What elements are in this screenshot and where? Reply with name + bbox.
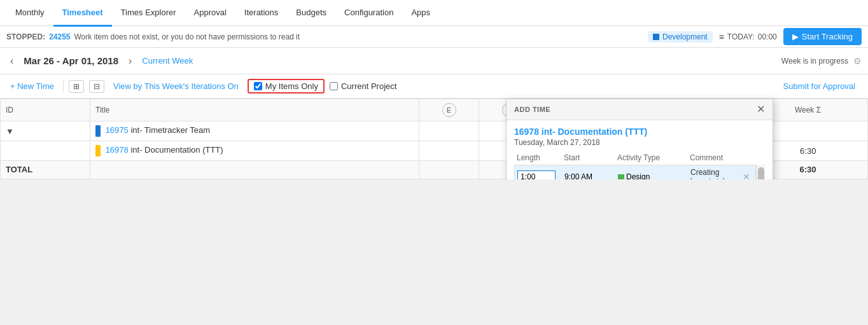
submit-approval-link[interactable]: Submit for Approval xyxy=(783,81,862,91)
modal-col-activity: Activity Type xyxy=(617,153,687,162)
grid-icon: ≡ xyxy=(719,32,724,42)
my-items-wrap: My Items Only xyxy=(248,79,325,93)
nav-tab-times-explorer[interactable]: Times Explorer xyxy=(112,1,185,27)
status-message: Work item does not exist, or you do not … xyxy=(74,32,300,41)
week-nav-right: Week is in progress ⚙ xyxy=(781,56,862,66)
modal-item-id[interactable]: 16978 xyxy=(514,127,539,137)
row-title-16975: 16975 int- Timetracker Team xyxy=(90,121,419,141)
collapse-button[interactable]: ⊟ xyxy=(89,80,104,93)
main-area: ID Title E Σ Mon 26 Tue 27 Week Σ ▼ xyxy=(0,99,868,179)
modal-close-button[interactable]: ✕ xyxy=(757,104,765,114)
col-header-id: ID xyxy=(1,99,90,121)
modal-rows: 9:00 AM Design Creating layout style ✕ 3… xyxy=(514,165,756,179)
modal-col-length: Length xyxy=(517,153,561,162)
my-items-checkbox[interactable] xyxy=(254,82,262,90)
play-icon: ▶ xyxy=(792,32,799,41)
today-badge: ≡ TODAY: 00:00 xyxy=(719,32,777,42)
row-title-text-16975: int- Timetracker Team xyxy=(130,125,210,135)
modal-row-1: 9:00 AM Design Creating layout style ✕ xyxy=(515,165,755,179)
row-id-link-16978[interactable]: 16978 xyxy=(106,145,129,155)
col-header-e: E xyxy=(419,99,479,121)
status-id: 24255 xyxy=(49,32,70,41)
dev-badge: Development xyxy=(648,31,713,43)
gear-icon[interactable]: ⚙ xyxy=(853,56,862,66)
row-id-16978 xyxy=(1,141,90,161)
modal-row-1-start: 9:00 AM xyxy=(564,172,615,179)
week-nav-left: ‹ Mar 26 - Apr 01, 2018 › Current Week xyxy=(6,54,193,68)
current-project-label[interactable]: Current Project xyxy=(341,81,396,91)
total-label: TOTAL xyxy=(1,161,90,179)
nav-tab-iterations[interactable]: Iterations xyxy=(235,1,287,27)
modal-item-name: int- Documentation (TTT) xyxy=(542,127,647,137)
dev-dot-icon xyxy=(653,34,659,40)
color-bar-blue-icon xyxy=(95,125,101,137)
row-e-16978 xyxy=(419,141,479,161)
total-title xyxy=(90,161,419,179)
modal-row-1-length[interactable] xyxy=(517,170,562,179)
nav-tab-apps[interactable]: Apps xyxy=(402,1,439,27)
modal-row-1-comment[interactable]: Creating layout style xyxy=(690,168,738,179)
col-header-title: Title xyxy=(90,99,419,121)
activity-dot-green-icon xyxy=(618,174,624,179)
nav-tab-timesheet[interactable]: Timesheet xyxy=(53,1,112,27)
current-project-wrap: Current Project xyxy=(330,81,396,91)
modal-length-input-1[interactable] xyxy=(517,170,556,179)
row-title-16978: 16978 int- Documentation (TTT) xyxy=(90,141,419,161)
row-id-link-16975[interactable]: 16975 xyxy=(106,125,129,135)
modal-scrollbar[interactable]: ▼ xyxy=(756,165,765,179)
total-e xyxy=(419,161,479,179)
my-items-label[interactable]: My Items Only xyxy=(265,81,318,91)
scrollbar-thumb[interactable] xyxy=(758,167,764,179)
modal-header: ADD TIME ✕ xyxy=(507,99,773,120)
nav-tab-approval[interactable]: Approval xyxy=(185,1,235,27)
next-week-button[interactable]: › xyxy=(125,54,136,68)
current-project-checkbox[interactable] xyxy=(330,82,338,90)
expand-arrow-icon[interactable]: ▼ xyxy=(6,127,14,136)
new-time-label: + New Time xyxy=(10,81,54,91)
view-iterations-button[interactable]: View by This Week's Iterations On xyxy=(109,80,242,93)
status-bar: STOPPED: 24255 Work item does not exist,… xyxy=(0,26,868,48)
modal-row-1-delete[interactable]: ✕ xyxy=(740,172,753,179)
modal-title: ADD TIME xyxy=(514,106,550,113)
toolbar-divider-1 xyxy=(63,80,64,93)
row-id-16975: ▼ xyxy=(1,121,90,141)
dev-badge-label: Development xyxy=(662,32,708,41)
week-nav: ‹ Mar 26 - Apr 01, 2018 › Current Week W… xyxy=(0,48,868,74)
start-tracking-label: Start Tracking xyxy=(802,32,853,41)
nav-tab-configuration[interactable]: Configuration xyxy=(335,1,402,27)
modal-grid-header: Length Start Activity Type Comment xyxy=(514,153,765,162)
nav-tab-budgets[interactable]: Budgets xyxy=(287,1,335,27)
modal-rows-wrap: 9:00 AM Design Creating layout style ✕ 3… xyxy=(514,165,765,179)
nav-tab-monthly[interactable]: Monthly xyxy=(6,1,53,27)
status-left: STOPPED: 24255 Work item does not exist,… xyxy=(6,32,300,41)
today-value: 00:00 xyxy=(758,32,777,41)
start-tracking-button[interactable]: ▶ Start Tracking xyxy=(783,28,862,45)
modal-body: 16978 int- Documentation (TTT) Tuesday, … xyxy=(507,120,773,179)
new-time-button[interactable]: + New Time xyxy=(6,80,58,93)
modal-col-start: Start xyxy=(564,153,615,162)
week-range: Mar 26 - Apr 01, 2018 xyxy=(24,55,118,66)
modal-item-date: Tuesday, March 27, 2018 xyxy=(514,138,765,147)
row-title-text-16978: int- Documentation (TTT) xyxy=(130,145,223,155)
modal-item-title: 16978 int- Documentation (TTT) xyxy=(514,127,765,137)
prev-week-button[interactable]: ‹ xyxy=(6,54,17,68)
toolbar: + New Time ⊞ ⊟ View by This Week's Itera… xyxy=(0,74,868,99)
view-iterations-label: View by This Week's Iterations On xyxy=(113,81,239,91)
modal-row-1-activity: Design xyxy=(618,172,688,179)
stopped-label: STOPPED: xyxy=(6,32,45,41)
top-nav: Monthly Timesheet Times Explorer Approva… xyxy=(0,0,868,26)
estimate-icon: E xyxy=(442,103,456,117)
add-time-modal: ADD TIME ✕ 16978 int- Documentation (TTT… xyxy=(506,99,773,179)
row-e-16975 xyxy=(419,121,479,141)
expand-button[interactable]: ⊞ xyxy=(69,80,84,93)
color-bar-yellow-icon xyxy=(95,145,101,156)
status-right: Development ≡ TODAY: 00:00 ▶ Start Track… xyxy=(648,28,862,45)
today-label: TODAY: xyxy=(727,32,755,41)
modal-col-comment: Comment xyxy=(690,153,747,162)
current-week-link[interactable]: Current Week xyxy=(142,56,193,66)
modal-col-actions xyxy=(750,153,762,162)
week-in-progress: Week is in progress xyxy=(781,57,848,66)
